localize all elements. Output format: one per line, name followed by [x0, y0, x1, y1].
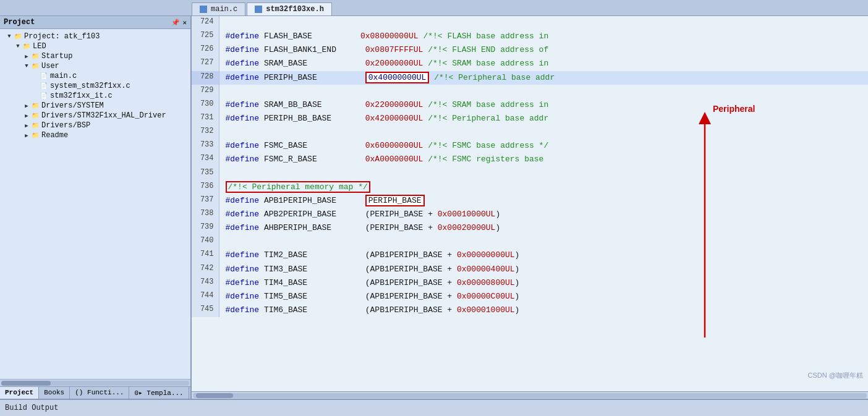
sidebar-title: Project — [4, 18, 35, 27]
sidebar: Project 📌 ✕ ▼📁Project: atk_f103▼📁LED▶📁St… — [0, 16, 192, 399]
line-code: /*!< Peripheral memory map */ — [219, 180, 868, 194]
line-number: 740 — [192, 235, 219, 248]
tree-icon: 📁 — [31, 101, 40, 110]
table-row: 739#define AHBPERIPH_BASE (PERIPH_BASE +… — [192, 221, 868, 235]
tree-label: main.c — [50, 72, 77, 80]
table-row: 734#define FSMC_R_BASE 0xA0000000UL /*!<… — [192, 153, 868, 166]
pin-icon[interactable]: 📌 — [171, 19, 180, 27]
tree-toggle[interactable]: ▶ — [22, 101, 31, 110]
sidebar-tab-functi[interactable]: () Functi... — [70, 387, 129, 399]
table-row: 729 — [192, 85, 868, 98]
main-layout: Project 📌 ✕ ▼📁Project: atk_f103▼📁LED▶📁St… — [0, 16, 868, 399]
tree-icon: 📁 — [31, 131, 40, 140]
table-row: 736/*!< Peripheral memory map */ — [192, 180, 868, 194]
tree-icon: 📁 — [22, 42, 31, 51]
tree-icon: 📄 — [40, 72, 48, 80]
sidebar-tab-books[interactable]: Books — [39, 387, 70, 399]
sidebar-item-startup-folder[interactable]: ▶📁Startup — [2, 51, 188, 61]
sidebar-header: Project 📌 ✕ — [0, 16, 190, 29]
tree-icon: 📁 — [31, 121, 40, 130]
sidebar-tab-templa[interactable]: 0▸ Templa... — [129, 387, 189, 399]
file-icon-2 — [255, 6, 262, 13]
table-row: 743#define TIM4_BASE (APB1PERIPH_BASE + … — [192, 276, 868, 290]
line-code: #define SRAM_BASE 0x20000000UL /*!< SRAM… — [219, 57, 868, 70]
tree-icon: 📁 — [14, 32, 22, 41]
line-code: #define APB2PERIPH_BASE (PERIPH_BASE + 0… — [219, 208, 868, 221]
tree-toggle[interactable]: ▼ — [22, 62, 31, 70]
line-code — [219, 125, 868, 139]
table-row: 728#define PERIPH_BASE 0x40000000UL /*!<… — [192, 71, 868, 85]
sidebar-item-system-stm32[interactable]: 📄system_stm32f1xx.c — [2, 81, 188, 91]
tree-toggle[interactable]: ▼ — [14, 42, 22, 51]
line-number: 734 — [192, 153, 219, 166]
line-code: #define FSMC_BASE 0x60000000UL /*!< FSMC… — [219, 139, 868, 153]
tree-label: Drivers/BSP — [41, 121, 90, 130]
periph-base-value: 0x40000000UL — [365, 72, 430, 83]
tab-main-c[interactable]: main.c — [192, 2, 245, 15]
table-row: 725#define FLASH_BASE 0x08000000UL /*!< … — [192, 30, 868, 43]
sidebar-vscroll[interactable] — [0, 379, 190, 386]
tree-icon: 📄 — [40, 82, 48, 90]
line-number: 727 — [192, 57, 219, 70]
table-row: 744#define TIM5_BASE (APB1PERIPH_BASE + … — [192, 290, 868, 304]
sidebar-item-led-folder[interactable]: ▼📁LED — [2, 41, 188, 51]
line-number: 730 — [192, 98, 219, 112]
line-code: #define AHBPERIPH_BASE (PERIPH_BASE + 0x… — [219, 221, 868, 235]
sidebar-item-readme[interactable]: ▶📁Readme — [2, 130, 188, 140]
line-number: 738 — [192, 208, 219, 221]
close-icon[interactable]: ✕ — [182, 19, 187, 27]
build-output-bar: Build Output — [0, 399, 868, 416]
line-number: 735 — [192, 167, 219, 180]
table-row: 738#define APB2PERIPH_BASE (PERIPH_BASE … — [192, 208, 868, 221]
tree-toggle[interactable]: ▼ — [5, 32, 14, 41]
line-code: #define FLASH_BANK1_END 0x0807FFFFUL /*!… — [219, 43, 868, 57]
sidebar-item-drivers-hal[interactable]: ▶📁Drivers/STM32F1xx_HAL_Driver — [2, 111, 188, 121]
tree-label: Readme — [41, 131, 68, 140]
sidebar-tree: ▼📁Project: atk_f103▼📁LED▶📁Startup▼📁User … — [0, 29, 190, 379]
tab-stm32f103xe[interactable]: stm32f103xe.h — [247, 2, 332, 15]
table-row: 742#define TIM3_BASE (APB1PERIPH_BASE + … — [192, 263, 868, 276]
table-row: 733#define FSMC_BASE 0x60000000UL /*!< F… — [192, 139, 868, 153]
tree-toggle[interactable]: ▶ — [22, 111, 31, 120]
tree-icon: 📄 — [40, 91, 48, 100]
line-code: #define PERIPH_BASE 0x40000000UL /*!< Pe… — [219, 71, 868, 85]
tree-icon: 📁 — [31, 62, 40, 70]
periph-mem-map-comment: /*!< Peripheral memory map */ — [226, 181, 370, 193]
table-row: 735 — [192, 167, 868, 180]
code-hscroll[interactable] — [192, 391, 868, 399]
hscroll-thumb — [196, 393, 233, 398]
line-number: 726 — [192, 43, 219, 57]
tree-label: Drivers/STM32F1xx_HAL_Driver — [41, 111, 166, 120]
line-code: #define PERIPH_BB_BASE 0x42000000UL /*!<… — [219, 112, 868, 125]
sidebar-item-stm32f1xx-it[interactable]: 📄stm32f1xx_it.c — [2, 91, 188, 101]
sidebar-item-project-root[interactable]: ▼📁Project: atk_f103 — [2, 32, 188, 41]
tab-main-c-label: main.c — [211, 5, 237, 14]
code-scroll[interactable]: 724 725#define FLASH_BASE 0x08000000UL /… — [192, 16, 868, 391]
build-output-label: Build Output — [5, 404, 58, 412]
file-icon — [200, 6, 207, 13]
line-number: 736 — [192, 180, 219, 194]
table-row: 741#define TIM2_BASE (APB1PERIPH_BASE + … — [192, 248, 868, 262]
tree-toggle[interactable]: ▶ — [22, 121, 31, 130]
tree-toggle-empty — [31, 72, 40, 80]
line-number: 745 — [192, 304, 219, 317]
sidebar-item-drivers-system[interactable]: ▶📁Drivers/SYSTEM — [2, 101, 188, 111]
sidebar-item-drivers-bsp[interactable]: ▶📁Drivers/BSP — [2, 121, 188, 130]
line-code: #define TIM2_BASE (APB1PERIPH_BASE + 0x0… — [219, 248, 868, 262]
tree-label: Drivers/SYSTEM — [41, 101, 104, 110]
line-number: 741 — [192, 248, 219, 262]
tree-toggle[interactable]: ▶ — [22, 131, 31, 140]
line-number: 743 — [192, 276, 219, 290]
tree-toggle[interactable]: ▶ — [22, 52, 31, 61]
line-number: 739 — [192, 221, 219, 235]
tab-bar: main.c stm32f103xe.h — [0, 0, 868, 16]
tree-label: Startup — [41, 52, 72, 61]
line-code: #define SRAM_BB_BASE 0x22000000UL /*!< S… — [219, 98, 868, 112]
line-code — [219, 235, 868, 248]
line-number: 732 — [192, 125, 219, 139]
sidebar-tab-project[interactable]: Project — [0, 387, 39, 399]
sidebar-item-main-c[interactable]: 📄main.c — [2, 71, 188, 81]
table-row: 740 — [192, 235, 868, 248]
sidebar-item-user-folder[interactable]: ▼📁User — [2, 61, 188, 71]
line-number: 744 — [192, 290, 219, 304]
